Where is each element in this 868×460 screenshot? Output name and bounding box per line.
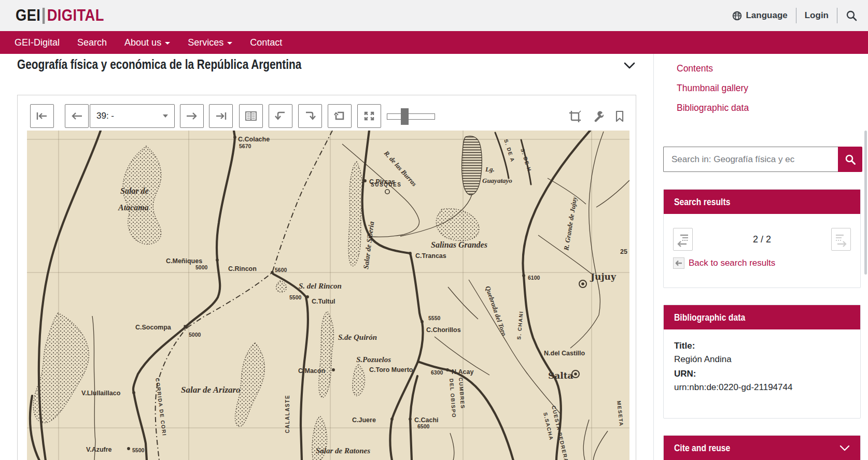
map-label: 5600 — [275, 267, 287, 273]
login-button[interactable]: Login — [805, 10, 829, 21]
document-search-button[interactable] — [838, 147, 862, 172]
rotate-left-icon — [274, 110, 287, 122]
bookmark-button[interactable] — [614, 110, 625, 125]
back-arrow-icon — [673, 257, 684, 269]
tools-button[interactable] — [592, 110, 604, 125]
sidebar-link-thumbnail-gallery[interactable]: Thumbnail gallery — [677, 78, 749, 98]
map-label: C.Macon — [298, 367, 325, 375]
map-label: CUMBRES — [458, 377, 466, 409]
previous-page-button[interactable] — [65, 104, 89, 128]
map-marker — [421, 320, 424, 323]
map-label: SUSQUES — [371, 182, 401, 188]
sidebar-link-bibliographic-data[interactable]: Bibliographic data — [677, 98, 749, 118]
language-label: Language — [746, 10, 787, 21]
map-label: CALALASTE — [285, 395, 290, 433]
map-label: N.Acay — [452, 368, 473, 376]
map-label: MESETA — [616, 400, 624, 427]
nav-item-about-us[interactable]: About us — [116, 31, 179, 54]
map-marker — [579, 280, 586, 288]
arrow-left-icon — [71, 111, 83, 121]
globe-icon — [732, 11, 742, 21]
zoom-slider[interactable] — [387, 113, 435, 120]
previous-hit-button[interactable] — [673, 228, 693, 251]
back-link-label: Back to search results — [689, 258, 775, 268]
wrench-icon — [592, 110, 604, 123]
nav-item-gei-digital[interactable]: GEI-Digital — [6, 31, 68, 54]
map-label: S.SACHA — [542, 412, 554, 441]
map-marker — [184, 325, 188, 329]
map-label: 6300 — [431, 369, 443, 376]
last-page-button[interactable] — [209, 104, 233, 128]
map-marker — [306, 295, 309, 298]
map-label: Salinas Grandes — [431, 240, 487, 249]
bibliographic-data-title: Bibliographic data — [674, 312, 745, 323]
site-search-button[interactable] — [846, 10, 857, 21]
next-hit-button[interactable] — [831, 228, 851, 251]
nav-item-contact[interactable]: Contact — [241, 31, 291, 54]
sidebar-scrollbar[interactable] — [864, 131, 867, 275]
nav-item-label: Search — [77, 37, 107, 48]
next-page-button[interactable] — [180, 104, 204, 128]
main-nav: GEI-DigitalSearchAbout usServicesContact — [0, 31, 868, 54]
search-results-title: Search results — [674, 196, 730, 208]
map-marker — [216, 258, 219, 262]
reset-view-button[interactable] — [328, 104, 352, 128]
double-page-view-button[interactable] — [239, 104, 263, 128]
zoom-slider-handle[interactable] — [401, 108, 409, 125]
first-page-button[interactable] — [30, 104, 54, 128]
collapse-title-button[interactable] — [624, 62, 635, 71]
previous-hit-icon — [676, 232, 690, 247]
map-label: C.Rincon — [228, 265, 257, 272]
language-menu[interactable]: Language — [732, 10, 787, 21]
map-label: Atacama — [118, 203, 149, 212]
map-marker — [385, 190, 389, 194]
map-label: 5500 — [132, 447, 145, 453]
rotate-right-icon — [304, 110, 316, 122]
rotate-right-button[interactable] — [298, 104, 322, 128]
reset-icon — [333, 110, 346, 122]
crop-tool-button[interactable] — [569, 110, 581, 125]
hit-counter: 2 / 2 — [693, 234, 831, 245]
double-page-icon — [245, 111, 257, 121]
page-select-dropdown[interactable]: 39: - — [90, 104, 175, 128]
arrow-right-icon — [186, 111, 198, 121]
map-lake-guayatayo — [462, 136, 482, 195]
map-label: CORRIDA DE CORI — [155, 378, 167, 437]
map-marker — [271, 271, 274, 274]
map-label: Salar de Arizaro — [181, 385, 241, 395]
back-to-search-results-link[interactable]: Back to search results — [664, 251, 860, 269]
cite-and-reuse-header[interactable]: Cite and reuse — [664, 436, 860, 460]
nav-item-search[interactable]: Search — [68, 31, 116, 54]
map-marker — [363, 179, 367, 182]
map-image[interactable]: C.Colache5670C.Meñiques5000C.Rincon56005… — [27, 131, 629, 460]
urn-value: urn:nbn:de:0220-gd-21194744 — [674, 382, 850, 393]
bibliographic-data-header: Bibliographic data — [664, 305, 860, 329]
map-label: Salar de — [120, 186, 149, 195]
crop-icon — [569, 110, 581, 123]
search-results-panel: Search results 2 / 2 — [663, 189, 861, 288]
image-viewer: 39: - — [17, 95, 636, 460]
logo-divider — [43, 8, 45, 24]
site-logo[interactable]: GEI DIGITAL — [16, 6, 104, 25]
nav-item-services[interactable]: Services — [179, 31, 241, 54]
map-label: N.del Castillo — [544, 350, 585, 357]
map-marker — [522, 274, 525, 277]
title-label: Title: — [674, 341, 850, 351]
map-marker — [332, 368, 335, 371]
map-marker — [409, 418, 412, 421]
document-search-input[interactable] — [663, 147, 838, 172]
map-viewport[interactable]: C.Colache5670C.Meñiques5000C.Rincon56005… — [27, 131, 629, 460]
map-label: C.Juere — [352, 416, 376, 424]
sidebar-link-contents[interactable]: Contents — [677, 59, 749, 78]
expand-cite-button[interactable] — [839, 444, 850, 454]
fullscreen-button[interactable] — [357, 104, 381, 128]
login-label: Login — [805, 10, 829, 21]
search-icon — [846, 10, 857, 21]
map-marker — [132, 391, 135, 394]
top-bar: GEI DIGITAL Language Login — [0, 0, 868, 31]
rotate-left-button[interactable] — [269, 104, 292, 128]
nav-item-label: Contact — [250, 37, 282, 48]
sidebar-divider — [653, 54, 654, 460]
topbar-divider — [837, 8, 837, 23]
bookmark-icon — [614, 110, 625, 123]
